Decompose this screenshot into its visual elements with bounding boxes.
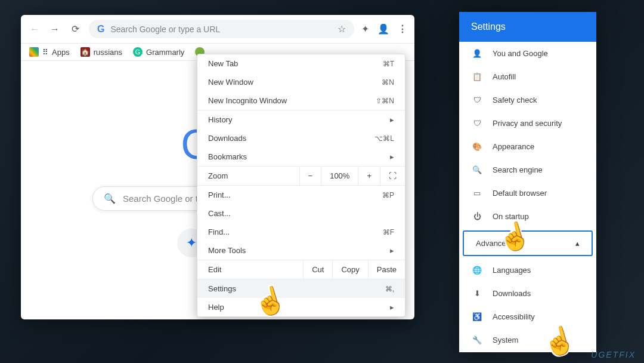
- clipboard-icon: 📋: [471, 72, 483, 81]
- settings-privacy[interactable]: 🛡Privacy and security: [459, 112, 596, 135]
- fullscreen-button[interactable]: ⛶: [380, 167, 405, 185]
- search-placeholder: Search Google or t: [123, 193, 198, 204]
- chevron-up-icon: ▴: [575, 239, 580, 248]
- bookmark-item[interactable]: 🏠 russians: [80, 47, 122, 57]
- settings-search-engine[interactable]: 🔍Search engine: [459, 158, 596, 182]
- apps-icon: ⠿: [29, 47, 39, 57]
- menu-history[interactable]: History▸: [197, 110, 405, 129]
- menu-zoom: Zoom − 100% + ⛶: [197, 167, 405, 185]
- wrench-icon: 🔧: [471, 336, 483, 344]
- search-icon: 🔍: [471, 165, 483, 174]
- settings-appearance[interactable]: 🎨Appearance: [459, 135, 596, 158]
- shield-icon: 🛡: [471, 119, 483, 128]
- favicon: 🏠: [80, 47, 90, 57]
- settings-autofill[interactable]: 📋Autofill: [459, 65, 596, 88]
- settings-panel: Settings 👤You and Google 📋Autofill 🛡Safe…: [459, 12, 596, 352]
- shield-check-icon: 🛡: [471, 96, 483, 104]
- menu-find[interactable]: Find...⌘F: [197, 223, 405, 241]
- zoom-in-button[interactable]: +: [358, 167, 380, 185]
- menu-edit-row: Edit Cut Copy Paste: [197, 260, 405, 279]
- download-icon: ⬇: [471, 289, 483, 298]
- settings-safety-check[interactable]: 🛡Safety check: [459, 88, 596, 112]
- settings-languages[interactable]: 🌐Languages: [459, 259, 596, 282]
- settings-title: Settings: [459, 12, 596, 42]
- settings-default-browser[interactable]: ▭Default browser: [459, 182, 596, 205]
- chevron-right-icon: ▸: [390, 303, 394, 312]
- back-button[interactable]: ←: [28, 23, 41, 36]
- menu-incognito[interactable]: New Incognito Window⇧⌘N: [197, 91, 405, 110]
- settings-on-startup[interactable]: ⏻On startup: [459, 205, 596, 228]
- chevron-right-icon: ▸: [390, 152, 394, 161]
- google-g-icon: G: [97, 24, 104, 35]
- browser-icon: ▭: [471, 189, 483, 198]
- chrome-main-menu: New Tab⌘T New Window⌘N New Incognito Win…: [197, 54, 405, 317]
- menu-icon[interactable]: ⋮: [398, 23, 407, 35]
- menu-downloads[interactable]: Downloads⌥⌘L: [197, 129, 405, 147]
- copy-button[interactable]: Copy: [333, 260, 368, 279]
- search-icon: 🔍: [104, 193, 116, 204]
- menu-new-tab[interactable]: New Tab⌘T: [197, 54, 405, 73]
- watermark: UGETFIX: [591, 350, 636, 359]
- paste-button[interactable]: Paste: [369, 260, 405, 279]
- apps-shortcut[interactable]: ⠿ ⠿ Apps: [29, 47, 70, 57]
- cut-button[interactable]: Cut: [304, 260, 333, 279]
- accessibility-icon: ♿: [471, 312, 483, 321]
- chevron-right-icon: ▸: [390, 115, 394, 124]
- reload-button[interactable]: ⟳: [69, 23, 82, 36]
- palette-icon: 🎨: [471, 142, 483, 151]
- profile-icon[interactable]: 👤: [377, 23, 389, 35]
- extensions-icon[interactable]: ✦: [361, 23, 369, 35]
- omnibox[interactable]: G Search Google or type a URL ☆: [89, 20, 354, 38]
- menu-settings[interactable]: Settings⌘,: [197, 279, 405, 298]
- omnibox-placeholder: Search Google or type a URL: [110, 24, 220, 34]
- menu-more-tools[interactable]: More Tools▸: [197, 241, 405, 260]
- settings-accessibility[interactable]: ♿Accessibility: [459, 305, 596, 328]
- zoom-out-button[interactable]: −: [300, 167, 322, 185]
- settings-advanced-toggle[interactable]: Advanced ▴: [463, 230, 593, 256]
- bookmark-item[interactable]: G Grammarly: [133, 47, 184, 57]
- forward-button[interactable]: →: [48, 23, 61, 36]
- settings-downloads[interactable]: ⬇Downloads: [459, 282, 596, 305]
- person-icon: 👤: [471, 49, 483, 58]
- menu-cast[interactable]: Cast...: [197, 204, 405, 223]
- settings-reset[interactable]: ⟲Reset: [459, 352, 596, 352]
- toolbar: ← → ⟳ G Search Google or type a URL ☆ ✦ …: [21, 15, 414, 44]
- menu-help[interactable]: Help▸: [197, 298, 405, 316]
- menu-new-window[interactable]: New Window⌘N: [197, 73, 405, 91]
- globe-icon: 🌐: [471, 266, 483, 275]
- zoom-level: 100%: [321, 167, 358, 185]
- menu-print[interactable]: Print...⌘P: [197, 186, 405, 204]
- favicon: G: [133, 47, 143, 57]
- power-icon: ⏻: [471, 212, 483, 221]
- star-icon[interactable]: ☆: [338, 23, 346, 35]
- settings-you-and-google[interactable]: 👤You and Google: [459, 42, 596, 65]
- chevron-right-icon: ▸: [390, 246, 394, 255]
- menu-bookmarks[interactable]: Bookmarks▸: [197, 147, 405, 166]
- settings-system[interactable]: 🔧System: [459, 328, 596, 352]
